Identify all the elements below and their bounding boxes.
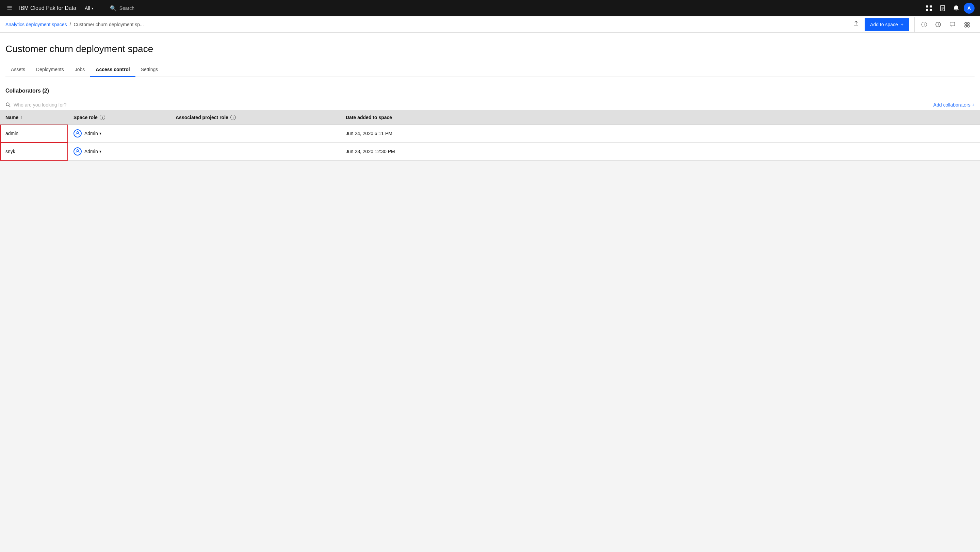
space-role-info-icon[interactable]: i <box>100 115 105 120</box>
role-cell-snyk: Admin ▾ <box>73 147 165 156</box>
admin-person-icon <box>75 131 80 136</box>
svg-rect-3 <box>930 9 932 11</box>
collaborators-section: Collaborators (2) Add collaborators + <box>0 82 980 161</box>
role-avatar-snyk <box>73 147 82 156</box>
th-space-role: Space role i <box>68 111 170 124</box>
chevron-down-icon: ▾ <box>99 131 102 136</box>
role-avatar-admin <box>73 129 82 137</box>
top-nav-right-icons: A <box>923 2 975 14</box>
collaborators-heading: Collaborators (2) <box>0 82 980 99</box>
tab-assets[interactable]: Assets <box>5 63 30 77</box>
snyk-role-dropdown[interactable]: Admin ▾ <box>84 149 102 154</box>
th-date-added: Date added to space <box>340 111 980 124</box>
project-role-cell-snyk: – <box>170 143 340 161</box>
manage-icon-button[interactable] <box>959 17 975 32</box>
notification-bell-button[interactable] <box>950 2 962 14</box>
svg-point-12 <box>965 22 967 24</box>
apps-icon-button[interactable] <box>923 2 935 14</box>
manage-icon <box>964 21 970 27</box>
project-role-info-icon[interactable]: i <box>231 115 236 120</box>
tab-access-control[interactable]: Access control <box>90 63 135 77</box>
main-section: Collaborators (2) Add collaborators + <box>0 82 980 161</box>
svg-point-14 <box>965 25 967 27</box>
page-outer: Customer churn deployment space Assets D… <box>0 33 980 161</box>
th-project-role-label: Associated project role <box>176 115 228 120</box>
th-date-added-label: Date added to space <box>346 115 392 120</box>
collaborators-table: Name ↑ Space role i <box>0 111 980 161</box>
table-header: Name ↑ Space role i <box>0 111 980 124</box>
add-to-space-label: Add to space <box>870 22 898 27</box>
svg-point-18 <box>77 132 79 134</box>
svg-line-17 <box>9 105 10 107</box>
add-collaborators-button[interactable]: Add collaborators + <box>933 102 975 108</box>
comment-icon-button[interactable] <box>945 17 959 32</box>
chevron-down-icon: ▾ <box>99 149 102 154</box>
all-dropdown-label: All <box>85 5 90 11</box>
search-icon <box>5 102 11 108</box>
role-cell-admin: Admin ▾ <box>73 129 165 137</box>
breadcrumb-separator: / <box>70 22 71 27</box>
th-project-role: Associated project role i <box>170 111 340 124</box>
chevron-down-icon: ▾ <box>92 6 93 10</box>
table-row: snyk <box>0 143 980 161</box>
all-dropdown-button[interactable]: All ▾ <box>82 0 96 16</box>
search-left <box>5 102 931 108</box>
table-row: admin <box>0 124 980 143</box>
upload-icon <box>853 21 859 27</box>
th-name: Name ↑ <box>0 111 68 124</box>
add-collaborators-label: Add collaborators <box>933 102 970 108</box>
history-icon-button[interactable] <box>931 17 945 32</box>
search-icon: 🔍 <box>110 5 117 11</box>
breadcrumb: Analytics deployment spaces / Customer c… <box>5 22 144 27</box>
global-search: 🔍 <box>110 5 917 11</box>
info-icon: i <box>921 22 927 27</box>
top-navigation: ☰ IBM Cloud Pak for Data All ▾ 🔍 <box>0 0 980 16</box>
svg-point-19 <box>77 150 79 151</box>
svg-point-15 <box>967 25 969 27</box>
name-value-admin: admin <box>5 131 18 136</box>
table-body: admin <box>0 124 980 161</box>
name-cell-snyk: snyk <box>0 143 68 161</box>
toolbar-icon-group: i <box>914 17 975 32</box>
comment-icon <box>950 21 956 27</box>
svg-rect-2 <box>926 9 928 11</box>
space-role-cell-admin: Admin ▾ <box>68 124 170 143</box>
collaborators-search-bar: Add collaborators + <box>0 99 980 111</box>
search-input[interactable] <box>119 5 188 11</box>
tab-settings[interactable]: Settings <box>135 63 164 77</box>
add-plus-icon: + <box>901 22 904 27</box>
snyk-person-icon <box>75 149 80 154</box>
svg-point-13 <box>967 22 969 24</box>
info-icon-button[interactable]: i <box>917 18 931 31</box>
history-icon <box>935 21 941 27</box>
document-icon <box>939 5 946 11</box>
date-added-cell-admin: Jun 24, 2020 6:11 PM <box>340 124 980 143</box>
collaborators-table-container: Name ↑ Space role i <box>0 111 980 161</box>
admin-role-label: Admin <box>84 131 98 136</box>
page-content: Customer churn deployment space Assets D… <box>0 33 980 82</box>
tab-jobs[interactable]: Jobs <box>69 63 91 77</box>
upload-button[interactable] <box>850 18 862 31</box>
document-icon-button[interactable] <box>937 2 949 14</box>
avatar[interactable]: A <box>964 3 975 14</box>
tabs-bar: Assets Deployments Jobs Access control S… <box>5 63 975 77</box>
hamburger-menu-button[interactable]: ☰ <box>5 3 14 13</box>
th-name-label: Name <box>5 115 18 120</box>
sort-icon[interactable]: ↑ <box>21 115 22 120</box>
page-title: Customer churn deployment space <box>5 44 975 54</box>
th-space-role-label: Space role <box>73 115 98 120</box>
breadcrumb-actions: Add to space + i <box>850 17 975 32</box>
date-added-cell-snyk: Jun 23, 2020 12:30 PM <box>340 143 980 161</box>
name-cell-admin: admin <box>0 124 68 143</box>
add-to-space-button[interactable]: Add to space + <box>865 18 909 31</box>
svg-rect-11 <box>950 22 955 26</box>
admin-role-dropdown[interactable]: Admin ▾ <box>84 131 102 136</box>
add-collaborators-plus-icon: + <box>972 102 975 108</box>
breadcrumb-link[interactable]: Analytics deployment spaces <box>5 22 67 27</box>
collaborator-search-input[interactable] <box>14 102 931 108</box>
breadcrumb-bar: Analytics deployment spaces / Customer c… <box>0 16 980 33</box>
project-role-cell-admin: – <box>170 124 340 143</box>
space-role-cell-snyk: Admin ▾ <box>68 143 170 161</box>
tab-deployments[interactable]: Deployments <box>30 63 69 77</box>
name-value-snyk: snyk <box>5 149 15 154</box>
